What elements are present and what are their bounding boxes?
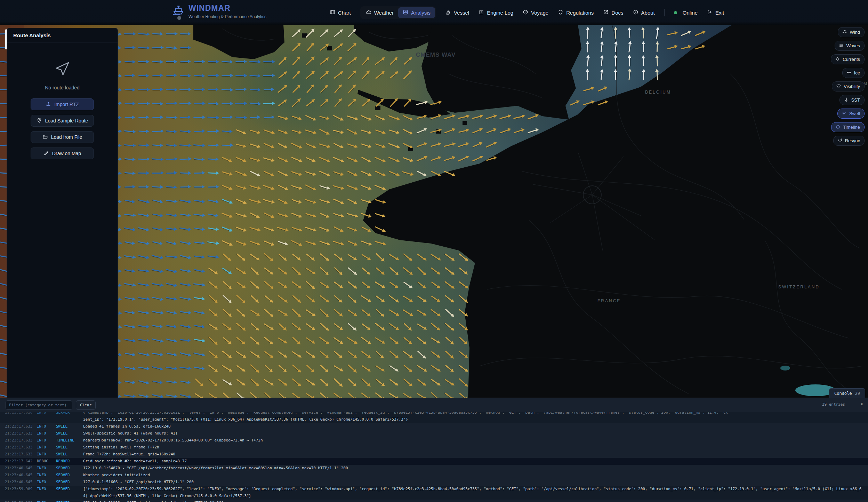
- console-log-list[interactable]: 21:23:17.626INFOSERVER{"timestamp": "202…: [0, 412, 868, 502]
- swell-arrow: [320, 365, 327, 371]
- swell-arrow: [694, 32, 704, 36]
- swell-arrow: [305, 184, 314, 190]
- swell-arrow: [180, 255, 189, 258]
- swell-arrow: [528, 129, 537, 133]
- console-toolbar: Clear 29 entries x: [0, 398, 868, 412]
- swell-arrow: [292, 351, 300, 357]
- swell-arrow: [138, 394, 147, 397]
- swell-arrow: [361, 213, 369, 217]
- swell-arrow: [305, 129, 314, 133]
- map-layer-controls: WindWavesCurrentsIceVisibilitySSTSwellTi…: [831, 27, 865, 146]
- log-timestamp: 21:23:17.633: [5, 444, 37, 451]
- swell-arrow: [249, 103, 258, 105]
- console-filter-input[interactable]: [6, 400, 72, 410]
- layer-button-wind[interactable]: Wind: [838, 27, 865, 37]
- import-rtz-button[interactable]: Import RTZ: [31, 98, 94, 110]
- tab-engine-log[interactable]: Engine Log: [479, 9, 513, 16]
- swell-arrow: [417, 351, 424, 358]
- route-panel-body: No route loaded Import RTZLoad Sample Ro…: [7, 42, 118, 159]
- load-from-file-button[interactable]: Load from File: [31, 131, 94, 143]
- exit-button[interactable]: Exit: [707, 9, 724, 16]
- draw-on-map-button[interactable]: Draw on Map: [31, 148, 94, 159]
- swell-arrow: [221, 75, 231, 76]
- console-clear-button[interactable]: Clear: [76, 400, 96, 410]
- swell-arrow: [193, 103, 203, 104]
- log-row: 21:23:17.633INFOSWELLSetting initial swe…: [0, 444, 868, 451]
- swell-arrow: [208, 324, 216, 329]
- swell-arrow: [235, 240, 244, 245]
- swell-arrow: [236, 295, 244, 302]
- swell-arrow: [361, 378, 369, 385]
- swell-arrow: [417, 116, 425, 119]
- swell-arrow: [124, 311, 133, 313]
- log-timestamp: 21:23:59.989: [5, 500, 37, 502]
- swell-arrow: [444, 253, 453, 260]
- swell-arrow: [402, 309, 411, 315]
- weather-map[interactable]: CMEMS WAV BELGIUMFRANCESWITZERLANDAM: [0, 25, 868, 398]
- layer-button-visibility[interactable]: Visibility: [832, 81, 865, 91]
- layer-button-swell[interactable]: Swell: [837, 109, 865, 119]
- log-category: SERVER: [56, 486, 83, 493]
- tab-chart[interactable]: Chart: [330, 9, 351, 16]
- swell-arrow: [166, 75, 175, 77]
- swell-arrow: [264, 253, 272, 260]
- swell-arrow: [348, 379, 355, 385]
- layer-button-waves[interactable]: Waves: [835, 41, 865, 51]
- swell-arrow: [194, 173, 203, 174]
- layer-button-timeline[interactable]: Timeline: [831, 122, 865, 132]
- swell-arrow: [222, 61, 231, 63]
- swell-arrow: [695, 46, 703, 50]
- swell-arrow: [124, 130, 133, 133]
- swell-arrow: [306, 323, 314, 329]
- console-close-icon[interactable]: x: [861, 401, 863, 406]
- swell-arrow: [403, 129, 411, 134]
- swell-arrow: [305, 227, 314, 231]
- log-timestamp: 21:23:17.633: [5, 423, 37, 430]
- tab-weather[interactable]: Weather: [361, 7, 398, 18]
- tab-docs[interactable]: Docs: [603, 9, 623, 16]
- swell-arrow: [222, 199, 231, 203]
- swell-arrow: [334, 86, 341, 93]
- tab-about[interactable]: About: [633, 9, 655, 16]
- swell-arrow: [431, 267, 439, 273]
- swell-arrow: [166, 186, 175, 188]
- swell-arrow: [124, 366, 134, 369]
- swell-arrow: [361, 337, 369, 343]
- swell-arrow: [319, 116, 328, 119]
- swell-arrow: [615, 71, 616, 80]
- tab-regulations[interactable]: Regulations: [558, 9, 594, 16]
- swell-arrow: [347, 323, 355, 329]
- swell-arrow: [431, 365, 439, 370]
- swell-arrow: [333, 253, 341, 260]
- swell-arrow: [138, 117, 147, 118]
- layer-button-sst[interactable]: SST: [839, 95, 865, 105]
- swell-arrow: [431, 157, 439, 161]
- layer-button-resync[interactable]: Resync: [833, 136, 865, 146]
- swell-arrow: [292, 323, 299, 329]
- layer-button-currents[interactable]: Currents: [831, 54, 865, 64]
- swell-arrow: [601, 43, 603, 52]
- layer-button-ice[interactable]: Ice: [842, 68, 865, 78]
- swell-arrow: [375, 281, 383, 287]
- swell-arrow: [444, 157, 453, 161]
- load-sample-route-button[interactable]: Load Sample Route: [31, 115, 94, 127]
- swell-arrow: [124, 255, 133, 258]
- swell-arrow: [138, 325, 147, 327]
- swell-arrow: [278, 392, 285, 398]
- swell-arrow: [306, 337, 313, 343]
- tab-vessel[interactable]: Vessel: [445, 9, 469, 16]
- swell-arrow: [208, 103, 217, 105]
- panel-scroll-indicator[interactable]: [5, 29, 7, 49]
- swell-arrow: [208, 214, 216, 216]
- tab-voyage[interactable]: Voyage: [523, 9, 548, 16]
- ship-icon: [445, 9, 451, 16]
- button-label: Import RTZ: [54, 102, 79, 107]
- console-tab[interactable]: Console 29: [829, 388, 865, 398]
- tab-analysis[interactable]: Analysis: [398, 7, 435, 18]
- swell-arrow: [403, 253, 411, 260]
- swell-arrow: [179, 311, 189, 313]
- tab-label: Analysis: [411, 10, 431, 16]
- swell-arrow: [222, 268, 230, 273]
- swell-arrow: [333, 157, 342, 161]
- swell-arrow: [208, 393, 216, 398]
